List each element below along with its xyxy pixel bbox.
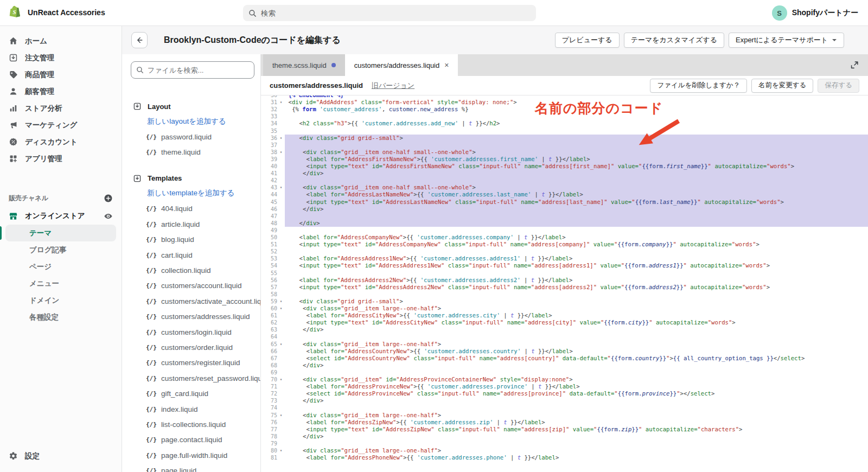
code-line[interactable]: 64 bbox=[261, 333, 868, 340]
file-item[interactable]: {/}customers/activate_account.liquid bbox=[122, 294, 260, 309]
fold-toggle-icon[interactable]: ▾ bbox=[277, 298, 285, 305]
code-line[interactable]: 68</div> bbox=[261, 362, 868, 369]
code-line[interactable]: 38▾<div class="grid__item one-half small… bbox=[261, 149, 868, 156]
fold-toggle-icon[interactable]: ▾ bbox=[277, 305, 285, 312]
code-line[interactable]: 55 bbox=[261, 270, 868, 277]
code-line[interactable]: 36▾<div class="grid grid--small"> bbox=[261, 135, 868, 142]
fold-toggle-icon[interactable]: ▾ bbox=[277, 184, 285, 191]
fold-toggle-icon[interactable]: ▾ bbox=[277, 376, 285, 383]
sidebar-item-products[interactable]: 商品管理 bbox=[0, 66, 122, 83]
store-brand[interactable]: S UnReact Accessories bbox=[9, 5, 105, 20]
file-item[interactable]: {/}article.liquid bbox=[122, 216, 260, 232]
code-line[interactable]: 45<input type="text" id="AddressLastName… bbox=[261, 199, 868, 206]
expand-editor-icon[interactable] bbox=[850, 60, 859, 70]
file-item[interactable]: {/}list-collections.liquid bbox=[122, 417, 260, 432]
code-line[interactable]: 49 bbox=[261, 227, 868, 234]
code-line[interactable]: 76<label for="AddressZipNew">{{ 'custome… bbox=[261, 419, 868, 426]
code-line[interactable]: 53<label for="AddressAddress1New">{{ 'cu… bbox=[261, 255, 868, 262]
file-item[interactable]: {/}index.liquid bbox=[122, 401, 260, 417]
file-item[interactable]: {/}customers/account.liquid bbox=[122, 278, 260, 294]
account-menu[interactable]: S Shopifyパートナー bbox=[772, 5, 858, 21]
code-line[interactable]: 71<label for="AddressProvinceNew">{{ 'cu… bbox=[261, 383, 868, 390]
code-line[interactable]: 40<input type="text" id="AddressFirstNam… bbox=[261, 163, 868, 170]
tab-customers-addresses[interactable]: customers/addresses.liquid × bbox=[345, 54, 458, 76]
sidebar-subitem[interactable]: テーマ bbox=[5, 225, 116, 241]
old-versions-link[interactable]: 旧バージョン bbox=[372, 81, 414, 91]
add-channel-button[interactable] bbox=[104, 194, 113, 203]
sidebar-item-online-store[interactable]: オンラインストア bbox=[0, 207, 122, 225]
fold-toggle-icon[interactable]: ▾ bbox=[277, 447, 285, 454]
code-line[interactable]: 61<label for="AddressCityNew">{{ 'custom… bbox=[261, 312, 868, 319]
code-line[interactable]: 56<label for="AddressAddress2New">{{ 'cu… bbox=[261, 277, 868, 284]
code-line[interactable]: 62<input type="text" id="AddressCityNew"… bbox=[261, 319, 868, 326]
code-line[interactable]: 46</div> bbox=[261, 206, 868, 213]
sidebar-item-discounts[interactable]: ディスカウント bbox=[0, 133, 122, 150]
sidebar-subitem[interactable]: 各種設定 bbox=[0, 309, 116, 326]
code-line[interactable]: 60▾<div class="grid__item large--one-hal… bbox=[261, 305, 868, 312]
code-line[interactable]: 63</div> bbox=[261, 326, 868, 333]
file-item[interactable]: {/}customers/addresses.liquid bbox=[122, 309, 260, 324]
view-store-eye-icon[interactable] bbox=[104, 212, 113, 221]
code-line[interactable]: 42 bbox=[261, 177, 868, 184]
code-line[interactable]: 77<input type="text" id="AddressZipNew" … bbox=[261, 426, 868, 433]
code-line[interactable]: 59▾<div class="grid grid--small"> bbox=[261, 298, 868, 305]
sidebar-item-settings[interactable]: 設定 bbox=[0, 448, 122, 464]
code-line[interactable]: 54<input type="text" id="AddressAddress1… bbox=[261, 262, 868, 269]
file-section-header[interactable]: Templates bbox=[122, 171, 260, 186]
fold-toggle-icon[interactable]: ▾ bbox=[277, 99, 285, 106]
file-item[interactable]: {/}cart.liquid bbox=[122, 247, 260, 263]
code-line[interactable]: 66<label for="AddressCountryNew">{{ 'cus… bbox=[261, 348, 868, 355]
code-line[interactable]: 81<label for="AddressPhoneNew">{{ 'custo… bbox=[261, 454, 868, 461]
code-line[interactable]: 47 bbox=[261, 213, 868, 220]
add-file-link[interactable]: 新しいtemplateを追加する bbox=[122, 186, 260, 201]
code-line[interactable]: 52 bbox=[261, 248, 868, 255]
code-line[interactable]: 67<select id="AddressCountryNew" class="… bbox=[261, 355, 868, 362]
file-item[interactable]: {/}gift_card.liquid bbox=[122, 386, 260, 401]
sidebar-item-marketing[interactable]: マーケティング bbox=[0, 117, 122, 133]
sidebar-item-analytics[interactable]: ストア分析 bbox=[0, 100, 122, 117]
customize-theme-button[interactable]: テーマをカスタマイズする bbox=[624, 33, 724, 48]
file-item[interactable]: {/}page.liquid bbox=[122, 463, 260, 472]
file-search-input[interactable] bbox=[148, 66, 249, 74]
file-item[interactable]: {/}page.full-width.liquid bbox=[122, 448, 260, 463]
code-area[interactable]: 30{% endcomment %}31▾<div id="AddAddress… bbox=[261, 95, 868, 472]
sidebar-item-customers[interactable]: 顧客管理 bbox=[0, 83, 122, 100]
code-line[interactable]: 74 bbox=[261, 404, 868, 411]
code-line[interactable]: 35 bbox=[261, 127, 868, 135]
sidebar-item-apps[interactable]: アプリ管理 bbox=[0, 150, 122, 167]
code-line[interactable]: 39<label for="AddressFirstNameNew">{{ 'c… bbox=[261, 156, 868, 163]
sidebar-item-orders[interactable]: 注文管理 bbox=[0, 49, 122, 66]
sidebar-subitem[interactable]: ドメイン bbox=[0, 292, 116, 309]
code-line[interactable]: 58 bbox=[261, 291, 868, 298]
file-item[interactable]: {/}collection.liquid bbox=[122, 263, 260, 278]
file-search[interactable] bbox=[131, 61, 254, 79]
sidebar-item-home[interactable]: ホーム bbox=[0, 33, 122, 49]
sidebar-subitem[interactable]: ページ bbox=[0, 258, 116, 275]
code-line[interactable]: 79 bbox=[261, 440, 868, 447]
file-item[interactable]: {/}customers/order.liquid bbox=[122, 340, 260, 355]
code-line[interactable]: 43▾<div class="grid__item one-half small… bbox=[261, 184, 868, 191]
fold-toggle-icon[interactable]: ▾ bbox=[277, 412, 285, 419]
file-item[interactable]: {/}page.contact.liquid bbox=[122, 432, 260, 448]
expert-support-button[interactable]: Expertによるテーマサポート bbox=[729, 33, 844, 48]
code-line[interactable]: 75▾<div class="grid__item large--one-hal… bbox=[261, 412, 868, 419]
file-item[interactable]: {/}blog.liquid bbox=[122, 232, 260, 247]
sidebar-subitem[interactable]: ブログ記事 bbox=[0, 241, 116, 258]
add-file-link[interactable]: 新しいlayoutを追加する bbox=[122, 113, 260, 129]
file-item[interactable]: {/}theme.liquid bbox=[122, 144, 260, 160]
code-line[interactable]: 51<input type="text" id="AddressCompanyN… bbox=[261, 241, 868, 248]
global-search[interactable] bbox=[243, 5, 536, 21]
file-item[interactable]: {/}customers/reset_password.liquid bbox=[122, 371, 260, 386]
save-button[interactable]: 保存する bbox=[818, 79, 859, 93]
code-line[interactable]: 70▾<div class="grid__item" id="AddressPr… bbox=[261, 376, 868, 383]
global-search-input[interactable] bbox=[261, 9, 531, 17]
code-line[interactable]: 37 bbox=[261, 142, 868, 149]
close-tab-icon[interactable]: × bbox=[444, 61, 449, 69]
tab-theme-scss[interactable]: theme.scss.liquid bbox=[263, 54, 345, 76]
file-item[interactable]: {/}customers/register.liquid bbox=[122, 355, 260, 371]
fold-toggle-icon[interactable]: ▾ bbox=[277, 341, 285, 348]
code-line[interactable]: 34<h2 class="h3">{{ 'customer.addresses.… bbox=[261, 120, 868, 127]
fold-toggle-icon[interactable]: ▾ bbox=[277, 135, 285, 142]
code-line[interactable]: 69 bbox=[261, 369, 868, 376]
fold-toggle-icon[interactable]: ▾ bbox=[277, 149, 285, 156]
